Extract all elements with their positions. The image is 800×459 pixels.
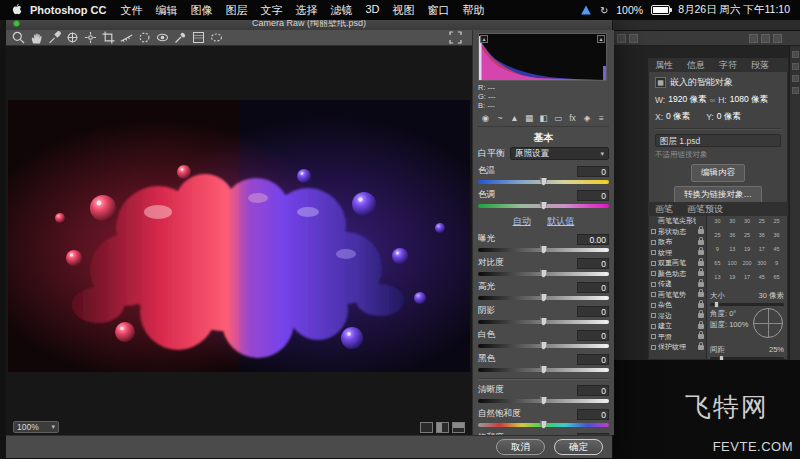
workspace-icon[interactable] (773, 34, 782, 43)
highlight-clipping-warning[interactable]: ▲ (597, 35, 605, 43)
lock-icon[interactable] (698, 282, 704, 287)
dock-panel-icon[interactable] (792, 51, 799, 58)
brush-setting-row[interactable]: 画笔笔势 (649, 290, 706, 301)
slider-thumb[interactable] (714, 301, 719, 308)
adjustment-tab-icon[interactable]: ▭ (552, 113, 565, 124)
checkbox[interactable] (651, 334, 656, 339)
tool-options-icon[interactable] (617, 34, 626, 43)
checkbox[interactable] (651, 229, 656, 234)
panel-tab[interactable]: 信息 (680, 58, 712, 72)
panel-tab[interactable]: 画笔预设 (680, 202, 730, 216)
menu-bar-clock[interactable]: 8月26日 周六 下午11:10 (678, 3, 790, 17)
adjustment-tab-icon[interactable]: ◉ (479, 113, 492, 124)
menu-item[interactable]: 选择 (295, 3, 317, 18)
slider-value-field[interactable]: 0 (577, 409, 609, 420)
brush-setting-row[interactable]: 杂色 (649, 300, 706, 311)
panel-tab[interactable]: 属性 (648, 58, 680, 72)
histogram[interactable]: ▲ ▲ (478, 33, 607, 81)
brush-setting-row[interactable]: 建立 (649, 321, 706, 332)
slider-value-field[interactable]: 0 (577, 385, 609, 396)
zoom-level-select[interactable]: 100% ▾ (13, 421, 59, 433)
default-link[interactable]: 默认值 (547, 216, 574, 226)
brush-preset[interactable]: 25 (769, 218, 784, 232)
y-value[interactable]: 0 像素 (717, 111, 741, 123)
panel-tab[interactable]: 画笔 (648, 202, 680, 216)
checkbox[interactable] (651, 345, 656, 350)
brush-preset[interactable]: 45 (754, 274, 769, 288)
panel-tab[interactable]: 字符 (712, 58, 744, 72)
lock-icon[interactable] (698, 324, 704, 329)
spot-removal-tool-icon[interactable] (137, 30, 152, 45)
slider-track[interactable] (478, 344, 609, 348)
brush-setting-row[interactable]: 画笔笔尖形状 (649, 216, 706, 227)
brush-preset[interactable]: 36 (754, 232, 769, 246)
slider-thumb[interactable] (540, 420, 547, 429)
checkbox[interactable] (651, 303, 656, 308)
menu-item[interactable]: 图像 (190, 3, 212, 18)
menu-item[interactable]: 图层 (225, 3, 247, 18)
slider-track[interactable] (478, 296, 609, 300)
brush-setting-row[interactable]: 平滑 (649, 332, 706, 343)
lock-icon[interactable] (698, 334, 704, 339)
checkbox[interactable] (651, 313, 656, 318)
creative-cloud-icon[interactable] (580, 4, 592, 16)
brush-preset[interactable]: 200 (740, 260, 755, 274)
brush-preset[interactable]: 30 (725, 218, 740, 232)
brush-preset[interactable]: 25 (740, 232, 755, 246)
crop-tool-icon[interactable] (101, 30, 116, 45)
adjustment-tab-icon[interactable]: ~ (494, 113, 507, 124)
brush-preset[interactable]: 25 (754, 218, 769, 232)
brush-angle-value[interactable]: 0° (729, 309, 736, 318)
checkbox[interactable] (651, 250, 656, 255)
brush-size-value[interactable]: 30 像素 (759, 291, 784, 301)
dock-panel-icon[interactable] (792, 63, 799, 70)
hand-tool-icon[interactable] (29, 30, 44, 45)
slider-thumb[interactable] (540, 396, 547, 405)
brush-setting-row[interactable]: 纹理 (649, 248, 706, 259)
slider-value-field[interactable]: 0 (577, 166, 609, 177)
brush-setting-row[interactable]: 颜色动态 (649, 269, 706, 280)
brush-roundness-value[interactable]: 100% (729, 320, 748, 329)
lock-icon[interactable] (698, 240, 704, 245)
workspace-icon[interactable] (749, 34, 758, 43)
red-eye-removal-tool-icon[interactable] (155, 30, 170, 45)
brush-setting-row[interactable]: 传递 (649, 279, 706, 290)
checkbox[interactable] (651, 324, 656, 329)
width-value[interactable]: 1920 像素 (668, 94, 706, 106)
brush-preset[interactable]: 65 (769, 274, 784, 288)
lock-icon[interactable] (698, 229, 704, 234)
slider-thumb[interactable] (540, 269, 547, 278)
adjustment-brush-tool-icon[interactable] (173, 30, 188, 45)
lock-icon[interactable] (698, 303, 704, 308)
dock-panel-icon[interactable] (792, 87, 799, 94)
adjustment-tab-icon[interactable]: ◧ (537, 113, 550, 124)
apple-menu-icon[interactable] (10, 3, 22, 17)
brush-preset[interactable]: 17 (754, 246, 769, 260)
slider-value-field[interactable]: 0 (577, 330, 609, 341)
adjustment-tab-icon[interactable]: ◈ (581, 113, 594, 124)
brush-angle-control[interactable] (753, 308, 783, 338)
image-preview-area[interactable]: 100% ▾ (6, 46, 473, 435)
brush-preset[interactable]: 19 (725, 274, 740, 288)
brush-preset[interactable]: 13 (710, 274, 725, 288)
link-dimensions-icon[interactable]: ∞ (710, 96, 716, 105)
slider-track[interactable] (478, 368, 609, 372)
brush-preset[interactable]: 36 (769, 232, 784, 246)
ok-button[interactable]: 确定 (554, 439, 603, 455)
window-zoom-dot[interactable] (13, 20, 20, 27)
zoom-tool-icon[interactable] (11, 30, 26, 45)
slider-track[interactable] (478, 272, 609, 276)
sync-status-icon[interactable]: ↻ (600, 5, 608, 16)
brush-preset[interactable]: 19 (740, 246, 755, 260)
adjustment-tab-icon[interactable]: ▦ (523, 113, 536, 124)
preview-mode-single-icon[interactable] (420, 422, 433, 433)
slider-thumb[interactable] (540, 201, 547, 210)
slider-value-field[interactable]: 0 (577, 354, 609, 365)
straighten-tool-icon[interactable] (119, 30, 134, 45)
adjustment-tab-icon[interactable]: fx (566, 113, 579, 124)
slider-value-field[interactable]: 0 (577, 258, 609, 269)
brush-preset[interactable]: 13 (725, 246, 740, 260)
tool-options-icon[interactable] (629, 34, 638, 43)
brush-setting-row[interactable]: 形状动态 (649, 227, 706, 238)
slider-track[interactable] (478, 399, 609, 403)
